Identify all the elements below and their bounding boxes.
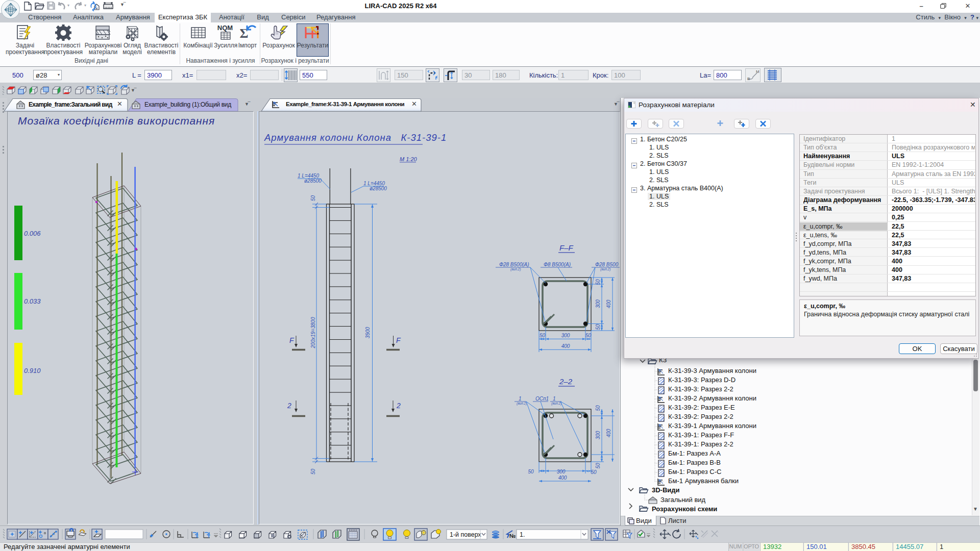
svg-text:300: 300 xyxy=(561,333,570,338)
svg-text:300: 300 xyxy=(595,299,601,308)
svg-text:(вип.2): (вип.2) xyxy=(510,267,521,271)
svg-text:50: 50 xyxy=(310,195,316,201)
svg-text:300: 300 xyxy=(595,431,601,439)
svg-text:F–F: F–F xyxy=(559,243,574,252)
svg-text:ОСп1: ОСп1 xyxy=(535,396,549,402)
svg-text:Ф8 В500(А): Ф8 В500(А) xyxy=(544,262,571,267)
svg-text:M: M xyxy=(756,69,760,74)
svg-text:Армування колони Колона К-31: Армування колони Колона К-31-39-1 xyxy=(264,132,447,143)
svg-text:NQM: NQM xyxy=(217,24,233,32)
svg-text:50: 50 xyxy=(595,324,601,330)
svg-text:F: F xyxy=(396,336,401,344)
svg-text:0.910: 0.910 xyxy=(24,367,41,374)
svg-text:2: 2 xyxy=(287,402,291,410)
svg-text:400: 400 xyxy=(558,475,567,481)
svg-text:2: 2 xyxy=(396,402,401,410)
svg-text:(вип.2): (вип.2) xyxy=(517,402,527,406)
svg-text:300: 300 xyxy=(557,469,566,474)
svg-text:B: B xyxy=(747,77,750,81)
svg-text:1: 1 xyxy=(553,396,556,402)
svg-text:Ф28 В500(А): Ф28 В500(А) xyxy=(499,262,529,267)
svg-text:50: 50 xyxy=(595,279,601,285)
svg-text:Мозаїка коефіцієнтів використа: Мозаїка коефіцієнтів використання xyxy=(18,115,215,127)
svg-text:F: F xyxy=(289,336,295,344)
svg-text:50: 50 xyxy=(310,468,316,474)
svg-text:(вип.2): (вип.2) xyxy=(551,402,561,406)
svg-text:400: 400 xyxy=(561,343,570,349)
svg-text:2–2: 2–2 xyxy=(559,377,573,386)
svg-text:0.033: 0.033 xyxy=(24,297,41,305)
svg-text:Ф28 В500: Ф28 В500 xyxy=(595,262,619,267)
svg-text:1: 1 xyxy=(519,396,522,402)
svg-text:Y: Y xyxy=(207,534,210,539)
svg-text:50: 50 xyxy=(540,333,546,338)
svg-text:(вип.2): (вип.2) xyxy=(600,267,610,271)
svg-text:400: 400 xyxy=(606,299,611,308)
svg-text:ø28500: ø28500 xyxy=(304,178,322,184)
svg-text:50: 50 xyxy=(595,463,601,469)
svg-text:50: 50 xyxy=(595,405,601,411)
svg-text:1-й поверх: 1-й поверх xyxy=(450,531,482,538)
svg-text:50: 50 xyxy=(585,333,592,338)
svg-text:М 1:20: М 1:20 xyxy=(400,156,418,162)
svg-text:50: 50 xyxy=(591,469,597,475)
svg-text:0.006: 0.006 xyxy=(24,230,41,237)
svg-text:200х19=3800: 200х19=3800 xyxy=(310,317,316,348)
svg-text:400: 400 xyxy=(606,429,611,437)
svg-text:X: X xyxy=(195,534,199,539)
svg-text:№: № xyxy=(509,533,516,539)
svg-text:50: 50 xyxy=(528,469,534,474)
svg-text:3900: 3900 xyxy=(365,327,371,338)
svg-text:1.: 1. xyxy=(520,531,525,538)
svg-text:ø28500: ø28500 xyxy=(370,186,387,191)
